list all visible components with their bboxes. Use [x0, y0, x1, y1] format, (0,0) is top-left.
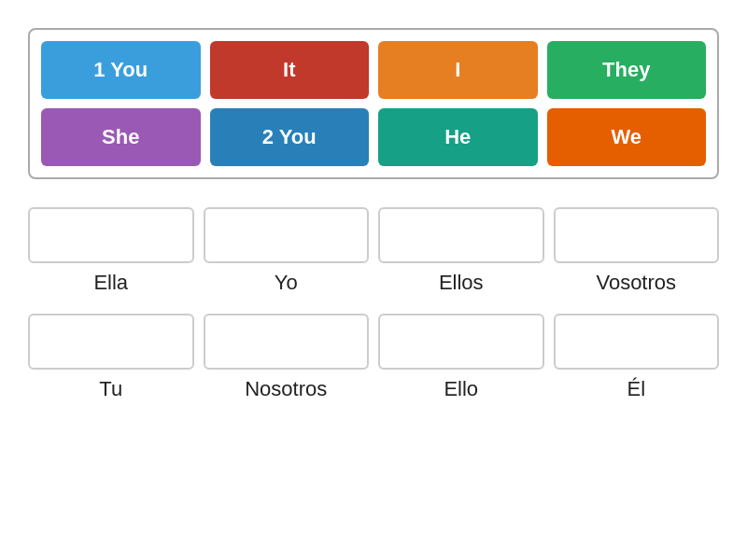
btn-we[interactable]: We — [547, 108, 707, 166]
drop-ellos-label: Ellos — [439, 271, 484, 295]
drop-ella-label: Ella — [93, 271, 128, 295]
btn-1you[interactable]: 1 You — [41, 41, 201, 99]
drag-area: 1 YouItITheyShe2 YouHeWe — [28, 28, 719, 179]
drop-tu-label: Tu — [99, 377, 122, 401]
btn-2you[interactable]: 2 You — [210, 108, 370, 166]
drop-section-row0: EllaYoEllosVosotros — [28, 207, 719, 295]
drop-ellos-dropbox[interactable] — [378, 207, 544, 263]
drop-yo-item: Yo — [204, 207, 370, 295]
drop-el-dropbox[interactable] — [554, 314, 720, 370]
drop-vosotros-dropbox[interactable] — [554, 207, 720, 263]
drop-ello-item: Ello — [378, 314, 544, 401]
drop-yo-dropbox[interactable] — [204, 207, 370, 263]
drop-nosotros-dropbox[interactable] — [204, 314, 370, 370]
drop-ella-item: Ella — [28, 207, 194, 295]
btn-they[interactable]: They — [547, 41, 707, 99]
drop-section-row1: TuNosotrosElloÉl — [28, 314, 719, 401]
drop-tu-dropbox[interactable] — [28, 314, 194, 370]
drop-tu-item: Tu — [28, 314, 194, 401]
btn-he[interactable]: He — [378, 108, 538, 166]
btn-i[interactable]: I — [378, 41, 538, 99]
btn-it[interactable]: It — [210, 41, 370, 99]
drop-nosotros-label: Nosotros — [245, 377, 327, 401]
drop-vosotros-item: Vosotros — [554, 207, 720, 295]
drop-ello-dropbox[interactable] — [378, 314, 544, 370]
drop-ellos-item: Ellos — [378, 207, 544, 295]
drop-vosotros-label: Vosotros — [596, 271, 676, 295]
drop-yo-label: Yo — [275, 271, 298, 295]
drop-ello-label: Ello — [444, 377, 478, 401]
drop-el-label: Él — [627, 377, 645, 401]
drop-el-item: Él — [554, 314, 720, 401]
btn-she[interactable]: She — [41, 108, 201, 166]
drop-nosotros-item: Nosotros — [204, 314, 370, 401]
drop-ella-dropbox[interactable] — [28, 207, 194, 263]
